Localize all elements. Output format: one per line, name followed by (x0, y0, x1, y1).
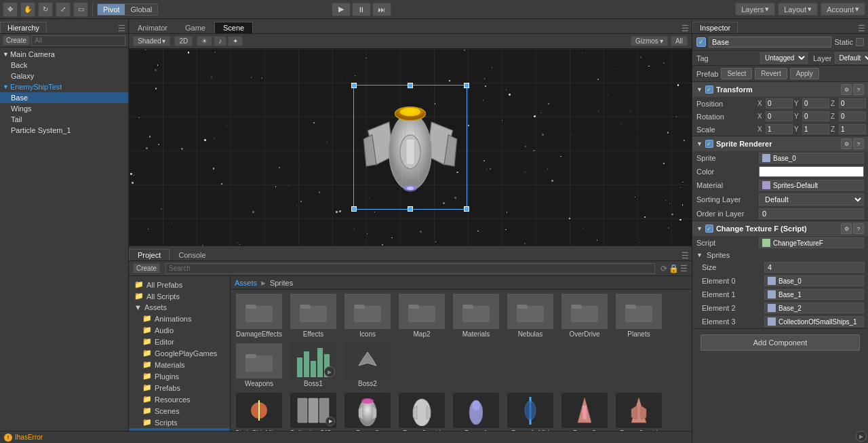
sprite-base0mid[interactable]: Base_0_mid (396, 391, 448, 435)
scene-search[interactable]: All (671, 36, 688, 46)
hierarchy-tab[interactable]: Hierarchy (0, 22, 47, 33)
transform-settings-icon[interactable]: ⚙ (841, 84, 852, 95)
tree-item-main-camera[interactable]: ▼ Main Camera (0, 49, 128, 60)
static-checkbox[interactable] (856, 38, 864, 46)
apply-button[interactable]: Apply (790, 68, 819, 79)
sprite-circleship[interactable]: CircleShipMiss... (233, 391, 285, 435)
folder-weapons[interactable]: Weapons (233, 342, 285, 389)
light-icon[interactable]: ☀ (197, 36, 212, 46)
element3-field[interactable]: CollectionOfSmallShips_1 (764, 316, 864, 327)
transform-question-icon[interactable]: ? (853, 84, 864, 95)
play-btn-collections[interactable]: ▶ (326, 417, 335, 426)
sidebar-all-prefabs[interactable]: 📁 All Prefabs (129, 279, 230, 290)
project-lock-icon[interactable]: 🔒 (669, 264, 679, 273)
sprite-renderer-settings-icon[interactable]: ⚙ (841, 138, 852, 149)
tree-item-base[interactable]: Base (0, 92, 128, 103)
revert-button[interactable]: Revert (755, 68, 787, 79)
inspector-tab[interactable]: Inspector (692, 22, 738, 33)
folder-boss2[interactable]: ▶ Boss2 (342, 342, 393, 389)
sidebar-animations[interactable]: 📁 Animations (129, 313, 230, 324)
sidebar-scripts[interactable]: 📁 Scripts (129, 417, 230, 428)
sprite-asset-field[interactable]: Base_0 (759, 153, 864, 163)
sprite-collection-s[interactable]: ▶ CollectionOfS... (288, 391, 339, 435)
animator-tab[interactable]: Animator (129, 22, 176, 33)
change-texture-question-icon[interactable]: ? (853, 223, 864, 234)
scale-tool-icon[interactable]: ⤢ (56, 2, 71, 17)
sorting-layer-select[interactable]: Default (759, 193, 864, 206)
sprite-base1mid[interactable]: Base_1_Mid (505, 391, 556, 435)
tree-item-particle[interactable]: Particle System_1 (0, 125, 128, 136)
sidebar-all-scripts[interactable]: 📁 All Scripts (129, 290, 230, 302)
sidebar-googleplay[interactable]: 📁 GooglePlayGames (129, 347, 230, 359)
select-button[interactable]: Select (721, 68, 752, 79)
transform-header[interactable]: ▼ ✓ Transform ⚙ ? (692, 82, 868, 97)
change-texture-checkbox[interactable]: ✓ (705, 225, 713, 233)
folder-materials-asset[interactable]: Materials (450, 292, 502, 339)
element0-field[interactable]: Base_0 (764, 275, 864, 286)
change-texture-settings-icon[interactable]: ⚙ (841, 223, 852, 234)
rotation-z[interactable] (839, 111, 866, 121)
color-swatch[interactable] (759, 166, 864, 177)
sprite-base2mid[interactable]: Base_2_mid (613, 391, 665, 435)
folder-effects[interactable]: Effects (288, 292, 339, 339)
folder-damageeffects[interactable]: DamageEffects (233, 292, 285, 339)
inspector-panel-menu[interactable]: ☰ (858, 24, 865, 33)
scale-x[interactable] (766, 124, 793, 134)
layout-dropdown[interactable]: Layout▾ (778, 3, 818, 16)
sprite-renderer-question-icon[interactable]: ? (853, 138, 864, 149)
twod-toggle[interactable]: 2D (174, 36, 193, 46)
fx-icon[interactable]: ✦ (228, 36, 243, 46)
sidebar-assets[interactable]: ▼ Assets (129, 302, 230, 313)
object-enabled-checkbox[interactable]: ✓ (696, 37, 706, 47)
transform-checkbox[interactable]: ✓ (705, 85, 713, 94)
audio-icon[interactable]: ♪ (214, 36, 226, 46)
sidebar-prefabs[interactable]: 📁 Prefabs (129, 382, 230, 393)
layers-dropdown[interactable]: Layers▾ (735, 3, 775, 16)
folder-planets[interactable]: Planets (613, 292, 665, 339)
rect-tool-icon[interactable]: ▭ (73, 2, 88, 17)
sprite-base2[interactable]: Base_2 (559, 391, 610, 435)
sidebar-resources[interactable]: 📁 Resources (129, 393, 230, 405)
scale-y[interactable] (802, 124, 829, 134)
folder-icons[interactable]: Icons (342, 292, 393, 339)
sidebar-scenes[interactable]: 📁 Scenes (129, 405, 230, 417)
tree-item-back[interactable]: Back (0, 60, 128, 71)
scene-view[interactable] (129, 49, 692, 246)
hierarchy-panel-menu[interactable]: ☰ (118, 24, 125, 33)
scene-panel-menu[interactable]: ☰ (682, 24, 689, 33)
layer-select[interactable]: Default (835, 52, 868, 64)
project-search-input[interactable] (165, 263, 655, 274)
order-layer-input[interactable] (759, 208, 864, 219)
breadcrumb-sprites[interactable]: Sprites (270, 279, 293, 287)
hand-tool-icon[interactable]: ✋ (20, 2, 35, 17)
hierarchy-search[interactable] (31, 35, 125, 46)
position-z[interactable] (839, 98, 866, 109)
size-input[interactable] (764, 262, 865, 273)
pivot-button[interactable]: Pivot (98, 4, 125, 15)
element2-field[interactable]: Base_2 (764, 303, 864, 313)
project-create-btn[interactable]: Create (133, 263, 160, 273)
tree-item-galaxy[interactable]: Galaxy (0, 71, 128, 81)
rotation-y[interactable] (802, 111, 829, 121)
project-sync-icon[interactable]: ⟳ (660, 264, 667, 273)
sprite-renderer-checkbox[interactable]: ✓ (705, 140, 713, 148)
object-name-input[interactable] (709, 37, 831, 47)
element1-field[interactable]: Base_1 (764, 289, 864, 300)
shaded-dropdown[interactable]: Shaded ▾ (133, 36, 170, 46)
breadcrumb-assets[interactable]: Assets (235, 279, 257, 287)
sprite-base1[interactable]: Base_1 (450, 391, 502, 435)
folder-overdrive[interactable]: OverDrive (559, 292, 610, 339)
project-tab[interactable]: Project (129, 249, 170, 261)
sidebar-audio[interactable]: 📁 Audio (129, 324, 230, 336)
scale-z[interactable] (839, 124, 866, 134)
tree-item-tail[interactable]: Tail (0, 114, 128, 125)
pause-button[interactable]: ⏸ (352, 3, 371, 16)
game-tab[interactable]: Game (176, 22, 214, 33)
sprite-renderer-header[interactable]: ▼ ✓ Sprite Renderer ⚙ ? (692, 136, 868, 151)
tag-select[interactable]: Untagged (760, 52, 808, 64)
rotate-tool-icon[interactable]: ↻ (38, 2, 53, 17)
rotation-x[interactable] (766, 111, 793, 121)
change-texture-header[interactable]: ▼ ✓ Change Texture F (Script) ⚙ ? (692, 221, 868, 236)
hierarchy-create-btn[interactable]: Create (3, 35, 30, 45)
tree-item-enemyship[interactable]: ▼ EnemyShipTest (0, 81, 128, 92)
